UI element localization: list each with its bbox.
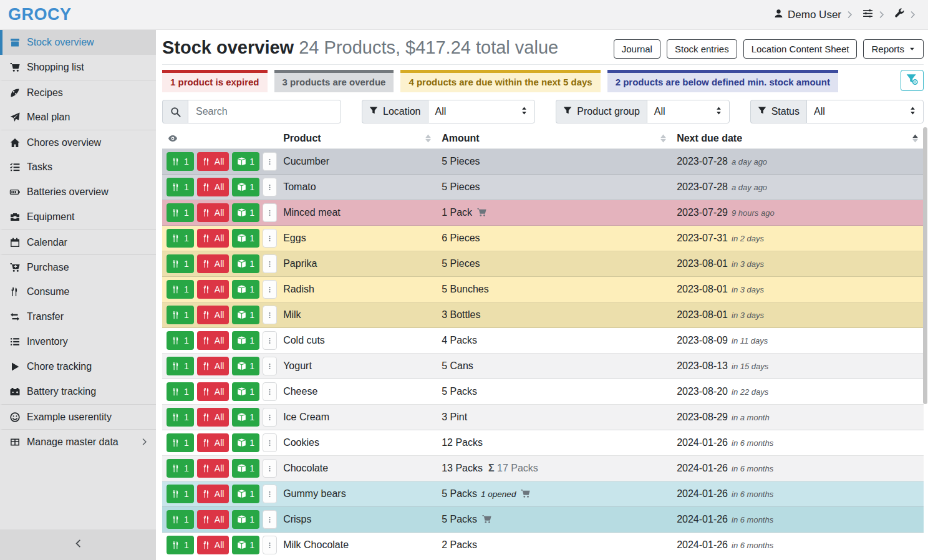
sidebar-item-consume[interactable]: Consume [0,279,156,304]
banner-due[interactable]: 4 products are due within the next 5 day… [400,70,600,92]
sidebar-item-battery-tracking[interactable]: Battery tracking [0,379,156,404]
row-menu-button[interactable] [263,485,277,503]
consume-one-button[interactable]: 1 [167,254,194,273]
consume-all-button[interactable]: All [197,536,230,554]
row-menu-button[interactable] [263,203,277,222]
sidebar-item-shopping-list[interactable]: Shopping list [0,55,156,80]
settings-menu[interactable] [863,8,886,22]
row-menu-button[interactable] [263,357,277,375]
open-one-button[interactable]: 1 [232,382,259,401]
row-menu-button[interactable] [263,306,277,324]
open-one-button[interactable]: 1 [232,178,259,196]
clear-filters-button[interactable] [901,70,924,91]
sidebar-item-example-userentity[interactable]: Example userentity [0,404,156,429]
consume-one-button[interactable]: 1 [167,408,194,427]
admin-menu[interactable] [894,8,917,21]
stock-entries-button[interactable]: Stock entries [667,39,737,59]
consume-all-button[interactable]: All [197,280,230,299]
sidebar-item-batteries-overview[interactable]: Batteries overview [0,180,156,205]
row-menu-button[interactable] [263,178,277,196]
row-menu-button[interactable] [263,459,277,478]
sidebar-item-transfer[interactable]: Transfer [0,304,156,329]
banner-overdue[interactable]: 3 products are overdue [274,70,394,92]
sidebar-item-chore-tracking[interactable]: Chore tracking [0,354,156,379]
row-menu-button[interactable] [263,510,277,529]
sidebar-item-tasks[interactable]: Tasks [0,155,156,180]
consume-one-button[interactable]: 1 [167,152,194,171]
row-menu-button[interactable] [263,408,277,427]
consume-all-button[interactable]: All [197,433,230,452]
consume-all-button[interactable]: All [197,382,230,401]
consume-all-button[interactable]: All [197,306,230,324]
consume-one-button[interactable]: 1 [167,331,194,350]
open-one-button[interactable]: 1 [232,459,259,478]
open-one-button[interactable]: 1 [232,306,259,324]
filter-select[interactable]: All [428,100,536,123]
sidebar-item-chores-overview[interactable]: Chores overview [0,130,156,155]
consume-all-button[interactable]: All [197,459,230,478]
journal-button[interactable]: Journal [614,39,660,59]
consume-all-button[interactable]: All [197,229,230,248]
row-menu-button[interactable] [263,152,277,171]
consume-one-button[interactable]: 1 [167,536,194,554]
consume-one-button[interactable]: 1 [167,357,194,375]
consume-all-button[interactable]: All [197,331,230,350]
sidebar-item-equipment[interactable]: Equipment [0,205,156,229]
consume-all-button[interactable]: All [197,408,230,427]
open-one-button[interactable]: 1 [232,510,259,529]
consume-all-button[interactable]: All [197,178,230,196]
sidebar-item-inventory[interactable]: Inventory [0,329,156,354]
open-one-button[interactable]: 1 [232,357,259,375]
open-one-button[interactable]: 1 [232,433,259,452]
vertical-scrollbar[interactable] [923,127,927,404]
amount-column-header[interactable]: Amount [437,128,672,149]
sidebar-item-stock-overview[interactable]: Stock overview [0,30,156,55]
consume-one-button[interactable]: 1 [167,203,194,222]
open-one-button[interactable]: 1 [232,254,259,273]
consume-one-button[interactable]: 1 [167,433,194,452]
consume-all-button[interactable]: All [197,203,230,222]
visibility-column-header[interactable] [162,128,278,149]
consume-one-button[interactable]: 1 [167,459,194,478]
product-column-header[interactable]: Product [278,128,437,149]
consume-one-button[interactable]: 1 [167,229,194,248]
consume-one-button[interactable]: 1 [167,280,194,299]
location-content-sheet-button[interactable]: Location Content Sheet [743,39,858,59]
grocy-logo[interactable]: GROCY [0,5,72,24]
open-one-button[interactable]: 1 [232,152,259,171]
row-menu-button[interactable] [263,254,277,273]
row-menu-button[interactable] [263,229,277,248]
open-one-button[interactable]: 1 [232,203,259,222]
consume-one-button[interactable]: 1 [167,510,194,529]
open-one-button[interactable]: 1 [232,331,259,350]
consume-all-button[interactable]: All [197,357,230,375]
consume-one-button[interactable]: 1 [167,306,194,324]
open-one-button[interactable]: 1 [232,280,259,299]
consume-all-button[interactable]: All [197,510,230,529]
row-menu-button[interactable] [263,331,277,350]
sidebar-item-meal-plan[interactable]: Meal plan [0,105,156,130]
banner-expired[interactable]: 1 product is expired [162,70,268,92]
open-one-button[interactable]: 1 [232,485,259,503]
due-date-column-header[interactable]: Next due date [672,128,924,149]
filter-select[interactable]: All [647,100,730,123]
search-input[interactable] [188,100,341,123]
consume-one-button[interactable]: 1 [167,178,194,196]
consume-all-button[interactable]: All [197,254,230,273]
reports-button[interactable]: Reports [863,39,924,59]
row-menu-button[interactable] [263,280,277,299]
sidebar-item-recipes[interactable]: Recipes [0,80,156,105]
row-menu-button[interactable] [263,382,277,401]
open-one-button[interactable]: 1 [232,408,259,427]
sidebar-collapse-button[interactable] [0,529,156,560]
row-menu-button[interactable] [263,433,277,452]
sidebar-item-purchase[interactable]: Purchase [0,254,156,279]
consume-all-button[interactable]: All [197,152,230,171]
consume-one-button[interactable]: 1 [167,382,194,401]
open-one-button[interactable]: 1 [232,536,259,554]
sidebar-item-calendar[interactable]: Calendar [0,229,156,254]
row-menu-button[interactable] [263,536,277,554]
consume-one-button[interactable]: 1 [167,485,194,503]
sidebar-item-manage-master-data[interactable]: Manage master data [0,429,156,454]
banner-below-min[interactable]: 2 products are below defined min. stock … [607,70,838,92]
